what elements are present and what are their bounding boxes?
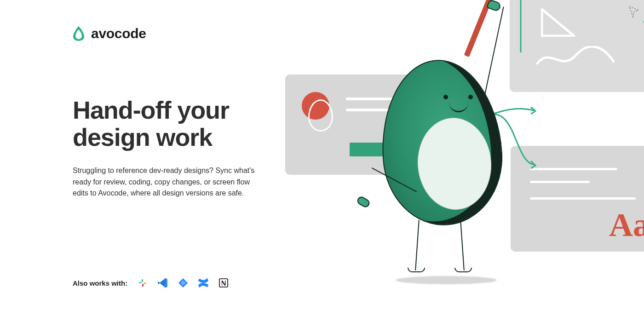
brand-logo[interactable]: avocode: [73, 26, 294, 41]
svg-rect-1: [142, 279, 143, 282]
typography-sample: Aa: [609, 208, 644, 242]
hero-illustration: Aa: [285, 0, 644, 322]
hero-copy-column: avocode Hand-off your design work Strugg…: [0, 0, 294, 322]
svg-rect-3: [142, 284, 144, 287]
integrations-row: Also works with:: [73, 276, 230, 290]
integrations-label: Also works with:: [73, 279, 127, 287]
illustration-panel-shapes: [510, 0, 644, 92]
brand-wordmark: avocode: [91, 26, 146, 41]
confluence-icon[interactable]: [196, 276, 210, 290]
vscode-icon[interactable]: [156, 276, 170, 290]
avocode-logo-icon: [73, 26, 85, 41]
avocado-character: [377, 60, 515, 276]
illustration-panel-typography: Aa: [511, 146, 644, 252]
svg-rect-0: [139, 282, 142, 283]
hero-subtext: Struggling to reference dev-ready design…: [73, 165, 266, 199]
arrow-up-icon: [512, 0, 530, 53]
cursor-solid-icon: [641, 19, 644, 38]
svg-rect-2: [144, 282, 146, 284]
illustration-panel-layout: [285, 75, 419, 175]
notion-icon[interactable]: [217, 276, 230, 290]
landing-hero: avocode Hand-off your design work Strugg…: [0, 0, 644, 322]
hero-headline: Hand-off your design work: [73, 97, 294, 151]
cursor-dashed-icon: [627, 5, 642, 19]
pencil-icon: [464, 0, 499, 57]
slack-icon[interactable]: [136, 276, 150, 290]
jira-icon[interactable]: [176, 276, 190, 290]
